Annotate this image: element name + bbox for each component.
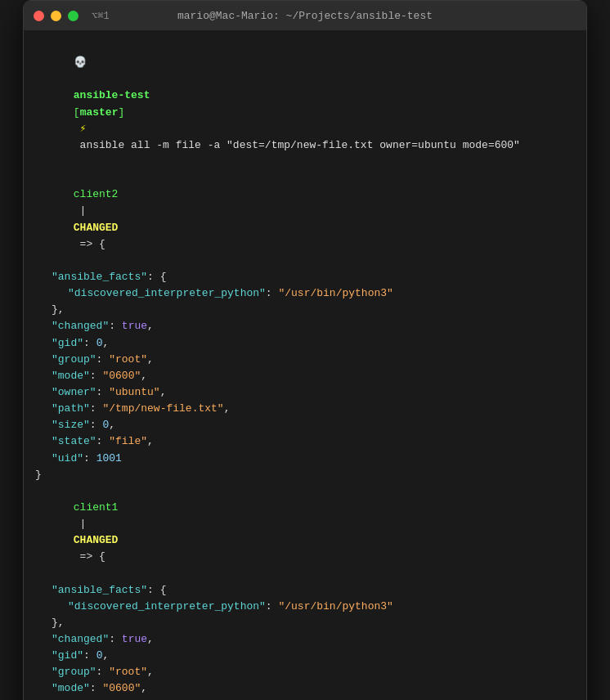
gid-key-2: "gid": 0, (35, 648, 575, 664)
facts-close-1: }, (35, 302, 575, 318)
interpreter-line-2: "discovered_interpreter_python": "/usr/b… (35, 599, 575, 615)
maximize-button[interactable] (68, 11, 78, 21)
client2-status: CHANGED (74, 222, 119, 234)
group-key-2: "group": "root", (35, 664, 575, 680)
facts-close-2: }, (35, 615, 575, 631)
owner-key-1: "owner": "ubuntu", (35, 384, 575, 401)
state-key-1: "state": "file", (35, 433, 575, 450)
traffic-lights (34, 11, 78, 21)
window-title: mario@Mac-Mario: ~/Projects/ansible-test (177, 10, 433, 22)
skull-icon-1: 💀 (74, 56, 87, 69)
client2-name: client2 (74, 188, 119, 200)
close-button[interactable] (34, 11, 44, 21)
terminal-body[interactable]: 💀 ansible-test [master] ⚡ ansible all -m… (24, 30, 586, 700)
changed-key-1: "changed": true, (35, 318, 575, 334)
group-key-1: "group": "root", (35, 352, 575, 368)
client1-status: CHANGED (74, 534, 119, 546)
client1-header: client1 | CHANGED => { (35, 483, 575, 582)
changed-key-2: "changed": true, (35, 631, 575, 648)
prompt-branch-1: master (80, 106, 119, 119)
command-text-1: ansible all -m file -a "dest=/tmp/new-fi… (74, 139, 520, 151)
size-key-1: "size": 0, (35, 417, 575, 433)
prompt-name-1: ansible-test (74, 89, 156, 101)
shortcut-label: ⌥⌘1 (92, 10, 110, 22)
terminal-window: ⌥⌘1 mario@Mac-Mario: ~/Projects/ansible-… (23, 0, 587, 700)
uid-key-1: "uid": 1001 (35, 451, 575, 467)
ansible-facts-key-1: "ansible_facts": { (35, 269, 575, 285)
prompt-space (74, 73, 80, 85)
gid-key-1: "gid": 0, (35, 335, 575, 352)
client2-header: client2 | CHANGED => { (35, 170, 575, 269)
mode-key-2: "mode": "0600", (35, 680, 575, 697)
minimize-button[interactable] (51, 11, 61, 21)
owner-key-2: "owner": "ubuntu", (35, 698, 575, 700)
prompt-bracket-close-1: ] (118, 106, 124, 119)
prompt-bracket-open-1: [ (74, 106, 80, 119)
mode-key-1: "mode": "0600", (35, 368, 575, 384)
client1-name: client1 (74, 501, 119, 514)
prompt-line-1: 💀 ansible-test [master] ⚡ ansible all -m… (35, 38, 575, 170)
prompt-bolt-1: ⚡ (74, 123, 92, 135)
ansible-facts-key-2: "ansible_facts": { (35, 582, 575, 599)
interpreter-line-1: "discovered_interpreter_python": "/usr/b… (35, 285, 575, 302)
block1-close: } (35, 467, 575, 483)
path-key-1: "path": "/tmp/new-file.txt", (35, 401, 575, 417)
titlebar: ⌥⌘1 mario@Mac-Mario: ~/Projects/ansible-… (24, 1, 586, 30)
